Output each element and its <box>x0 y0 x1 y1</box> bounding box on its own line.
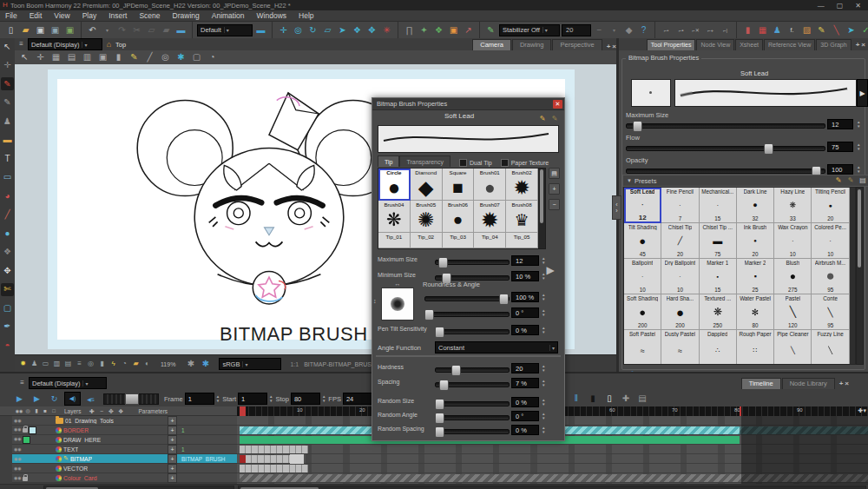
timeline-menu-icon[interactable]: ≡ <box>16 377 29 390</box>
validate-icon[interactable]: ✓ <box>859 23 868 36</box>
layer-add-parameter-button[interactable]: + <box>168 473 177 483</box>
pen-tilt-sensitivity-slider[interactable] <box>435 329 510 334</box>
colorspace-arrow[interactable]: ▾ <box>242 361 247 367</box>
column-delete-icon[interactable]: ⌐✕ <box>689 23 702 36</box>
open-scene-icon[interactable]: ▰ <box>19 23 32 36</box>
play-selection-button[interactable]: ▶ <box>30 393 44 405</box>
white-swatch-icon[interactable]: ▯ <box>602 393 615 406</box>
quarter-icon[interactable]: ◔ <box>120 358 129 371</box>
preset-colored-pe[interactable]: Colored Pe...·10 <box>812 223 849 259</box>
layer-add-parameter-button[interactable]: + <box>168 464 177 473</box>
flow-spinner[interactable]: ▲▼ <box>857 142 860 152</box>
tip-brush02[interactable]: Brush02✹ <box>506 169 538 201</box>
pen-tilt-sensitivity-value[interactable]: 0 % <box>511 325 539 335</box>
maximize-button[interactable]: ▢ <box>837 2 844 10</box>
preset-hazy-line[interactable]: Hazy Line❋33 <box>774 188 812 223</box>
preset-chisel-tip[interactable]: Chisel Tip╱20 <box>661 223 699 259</box>
grid-rows-icon[interactable]: ▤ <box>63 358 73 371</box>
cam-transform-icon[interactable]: ✛ <box>34 51 47 64</box>
layer-lock-icon[interactable] <box>23 477 28 481</box>
pivot-icon[interactable]: ✳ <box>380 23 393 36</box>
checkbox-dual-tip[interactable]: Dual Tip <box>459 159 492 167</box>
preset-pastel[interactable]: Pastel╲120 <box>774 294 812 330</box>
preset-tilt-shading[interactable]: Tilt Shading●45 <box>624 223 661 259</box>
preset-rough-paper[interactable]: Rough Paper∷ <box>737 330 774 365</box>
random-size-slider-handle[interactable] <box>435 399 444 410</box>
random-spacing-spinner[interactable]: ▲▼ <box>542 425 545 435</box>
preset-hard-sha[interactable]: Hard Sha...●200 <box>661 294 699 330</box>
add-view-button[interactable]: + <box>607 43 611 50</box>
maximum-size-value[interactable]: 12 <box>827 119 853 129</box>
text-tool[interactable]: T <box>1 152 14 165</box>
preset-soft-lead[interactable]: Soft Lead·12 <box>624 188 661 223</box>
line-tool[interactable]: ╱ <box>1 208 14 221</box>
minus-icon[interactable]: − <box>593 23 606 36</box>
translate-icon[interactable]: ✛ <box>277 23 290 36</box>
timeline-add-view-button[interactable]: + <box>839 380 844 387</box>
stamp-tool[interactable]: ♟ <box>1 115 14 128</box>
preset-conte[interactable]: Conte╲95 <box>812 294 849 330</box>
preset-textured[interactable]: Textured ...❋250 <box>700 294 737 330</box>
tips-scrollbar[interactable] <box>538 168 546 249</box>
preset-blush[interactable]: Blush●275 <box>774 259 812 294</box>
panel-close-view-button[interactable]: × <box>861 41 865 49</box>
cam-box-icon[interactable]: ▣ <box>96 51 109 64</box>
dialog-tab-transparency[interactable]: Transparency <box>399 155 450 167</box>
tip-remove-button[interactable]: − <box>549 199 560 210</box>
tip-brush04[interactable]: Brush04❋ <box>378 201 411 233</box>
preset-dusty-pastel[interactable]: Dusty Pastel≈ <box>661 330 699 365</box>
timeline-display-dropdown[interactable]: Default (Display)▾ <box>29 377 107 389</box>
angle-function-arrow[interactable]: ▾ <box>549 345 555 351</box>
underlay-icon[interactable]: ♟ <box>30 358 39 371</box>
captions-icon[interactable]: ≡ <box>75 358 84 371</box>
default-dropdown[interactable]: Default▾ <box>197 24 253 36</box>
cam-lock-icon[interactable]: ▮ <box>112 51 125 64</box>
minimum-size-value[interactable]: 10 % <box>511 271 539 281</box>
tip-tip-02[interactable]: Tip_02 <box>411 233 443 248</box>
random-size-slider[interactable] <box>435 401 510 406</box>
tab-reference-view[interactable]: Reference View <box>764 39 815 50</box>
safe-area-icon[interactable]: ◎ <box>86 358 95 371</box>
contrast-icon[interactable]: ◐ <box>142 358 152 371</box>
layer-toggles[interactable]: ◉◉ <box>14 475 54 481</box>
spacing-slider-handle[interactable] <box>439 380 449 391</box>
flip-icon[interactable]: ↗ <box>462 23 475 36</box>
opacity-spinner[interactable]: ▲▼ <box>857 164 860 175</box>
caret-icon[interactable]: ▾ <box>608 23 621 36</box>
column-insert-icon[interactable]: ⌐| <box>719 23 732 36</box>
spacing-value[interactable]: 7 % <box>511 378 539 388</box>
tip-menu-button[interactable]: ▤ <box>549 168 560 179</box>
help-icon[interactable]: ? <box>637 23 650 36</box>
hardness-slider[interactable] <box>435 367 510 373</box>
dialog-tab-tip[interactable]: Tip <box>378 155 399 167</box>
layer-add-parameter-button[interactable]: + <box>168 435 177 445</box>
display-dropdown[interactable]: Default (Display)▾ <box>28 38 102 50</box>
stabilizer-dropdown[interactable]: Stabilizer Off▾ <box>499 24 560 36</box>
playhead-marker[interactable] <box>240 406 246 416</box>
stop-input[interactable]: 80 <box>291 393 320 405</box>
folder-view-icon[interactable]: ▰ <box>131 358 141 371</box>
angle-function-dropdown[interactable]: Constant▾ <box>435 341 558 354</box>
presets-collapse-icon[interactable]: ▼ <box>627 178 632 183</box>
cam-pencil-icon[interactable]: ✎ <box>128 51 141 64</box>
preset-fine-pencil[interactable]: Fine Pencil·7 <box>661 188 699 223</box>
preset-soft-pastel[interactable]: Soft Pastel≈ <box>624 330 661 365</box>
layer-add-parameter-button[interactable]: + <box>168 445 177 454</box>
menu-windows[interactable]: Windows <box>257 11 286 20</box>
paint-mode-icon[interactable]: ✎ <box>26 485 39 489</box>
col-menu-icon[interactable]: ▤ <box>635 393 648 406</box>
tip-brush01[interactable]: Brush01● <box>474 169 506 201</box>
maximum-size-spinner[interactable]: ▲▼ <box>857 119 860 129</box>
tab-drawing[interactable]: Drawing <box>512 39 552 50</box>
cam-rows-icon[interactable]: ▤ <box>65 51 78 64</box>
menu-edit[interactable]: Edit <box>30 11 43 20</box>
layers-hscrollbar[interactable] <box>43 486 234 489</box>
slash-icon[interactable]: ╲ <box>830 23 843 36</box>
tip-options-expand-button[interactable]: ▶ <box>544 257 556 283</box>
maximum-size-slider[interactable] <box>435 260 510 265</box>
tip-brush05[interactable]: Brush05✺ <box>411 201 443 233</box>
layer-row-text[interactable]: ◉◉TEXT+1 <box>12 445 237 454</box>
preset-dappled[interactable]: Dappled∴ <box>700 330 737 365</box>
frame-scrub-slider[interactable] <box>103 393 159 405</box>
undo-menu-icon[interactable]: ▾ <box>101 23 114 36</box>
